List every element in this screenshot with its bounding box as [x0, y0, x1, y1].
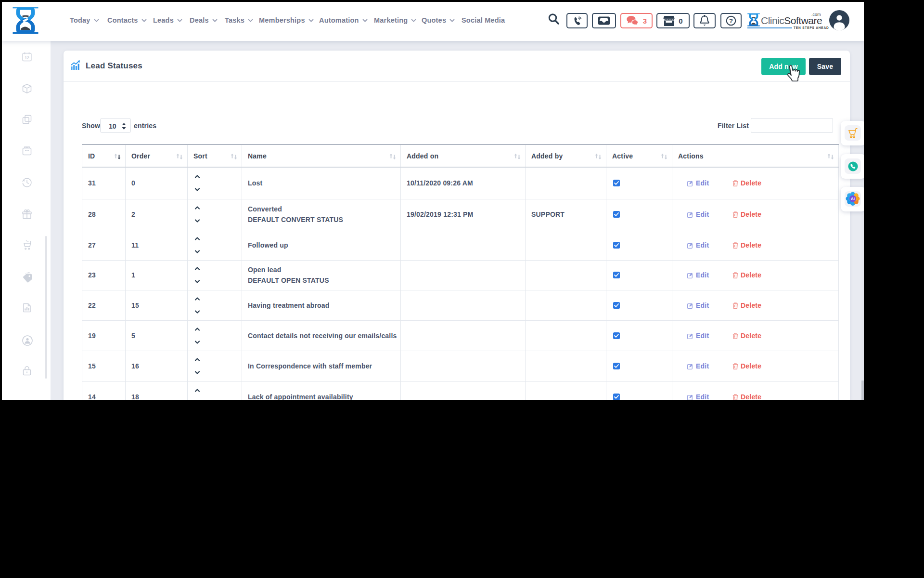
svg-text:12: 12: [25, 55, 29, 60]
svg-text:?: ?: [729, 17, 733, 25]
svg-text:AI: AI: [851, 197, 855, 201]
